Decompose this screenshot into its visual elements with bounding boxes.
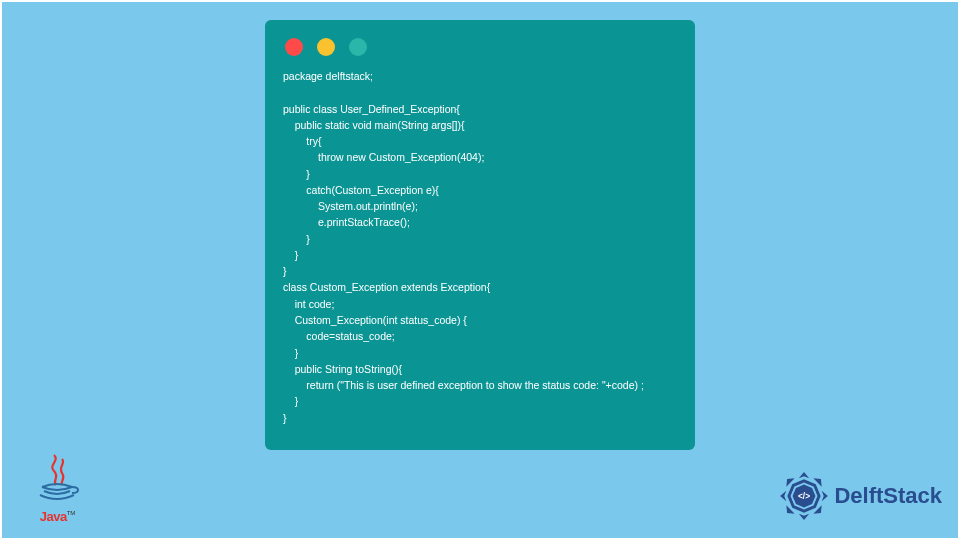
window-traffic-lights bbox=[283, 32, 677, 68]
java-cup-icon bbox=[30, 453, 85, 503]
java-tm: TM bbox=[67, 510, 76, 516]
delftstack-badge-icon: </> bbox=[778, 470, 830, 522]
traffic-green-icon bbox=[349, 38, 367, 56]
delftstack-logo: </> DelftStack bbox=[778, 470, 942, 522]
java-logo: JavaTM bbox=[30, 453, 85, 525]
java-label: Java bbox=[40, 509, 67, 524]
java-logo-text: JavaTM bbox=[30, 507, 85, 525]
code-window: package delftstack; public class User_De… bbox=[265, 20, 695, 450]
traffic-red-icon bbox=[285, 38, 303, 56]
delftstack-label: DelftStack bbox=[834, 483, 942, 509]
traffic-yellow-icon bbox=[317, 38, 335, 56]
code-block: package delftstack; public class User_De… bbox=[283, 68, 677, 426]
svg-text:</>: </> bbox=[798, 491, 810, 501]
